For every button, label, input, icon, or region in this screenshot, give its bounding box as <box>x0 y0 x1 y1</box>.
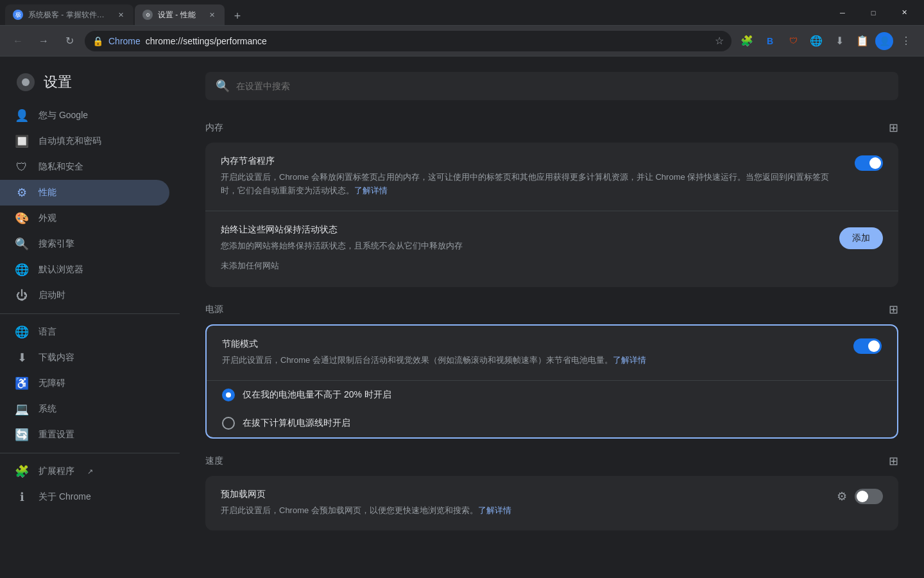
navbar: ← → ↻ 🔒 Chrome chrome://settings/perform… <box>0 26 924 57</box>
bookmark-icon[interactable]: ☆ <box>715 35 724 47</box>
360-icon[interactable]: 🛡 <box>783 31 803 51</box>
sidebar-item-performance[interactable]: ⚙ 性能 <box>0 180 169 206</box>
sidebar-label-performance: 性能 <box>38 187 56 198</box>
sidebar-item-language[interactable]: 🌐 语言 <box>0 319 169 345</box>
downloads-nav-icon: ⬇ <box>15 351 28 364</box>
settings-page-title: 设置 <box>44 73 72 92</box>
about-icon: ℹ <box>15 491 28 504</box>
sidebar-label-appearance: 外观 <box>38 213 56 224</box>
nav-icons: 🧩 B 🛡 🌐 ⬇ 📋 👤 ⋮ <box>737 31 916 51</box>
downloads-icon[interactable]: ⬇ <box>829 31 850 51</box>
sidebar-item-account[interactable]: 👤 您与 Google <box>0 103 169 128</box>
sidebar-item-about[interactable]: ℹ 关于 Chrome <box>0 484 169 510</box>
language-icon: 🌐 <box>15 326 28 338</box>
power-info-icon[interactable]: ⊞ <box>889 302 898 317</box>
menu-icon[interactable]: ⋮ <box>896 31 916 51</box>
sidebar-item-system[interactable]: 💻 系统 <box>0 396 169 422</box>
sidebar-item-reset[interactable]: 🔄 重置设置 <box>0 422 169 448</box>
maximize-button[interactable]: □ <box>859 3 888 23</box>
preload-actions: ⚙ <box>837 489 883 504</box>
memory-saver-toggle[interactable] <box>855 155 883 171</box>
close-button[interactable]: ✕ <box>889 3 919 23</box>
sidebar-header: 设置 <box>0 67 180 103</box>
speed-info-icon[interactable]: ⊞ <box>889 454 898 468</box>
sidebar-label-about: 关于 Chrome <box>38 491 91 503</box>
sidebar-label-account: 您与 Google <box>38 110 88 121</box>
external-link-icon: ↗ <box>87 468 93 476</box>
battery-saver-desc: 开启此设置后，Chrome 会通过限制后台活动和视觉效果（例如流畅滚动和视频帧速… <box>222 354 843 367</box>
chrome-label: Chrome <box>108 36 141 46</box>
memory-info-icon[interactable]: ⊞ <box>889 121 898 135</box>
radio-battery-20[interactable]: 仅在我的电池电量不高于 20% 时开启 <box>207 381 897 409</box>
sidebar-label-privacy: 隐私和安全 <box>38 161 83 173</box>
address-url: chrome://settings/performance <box>146 36 267 46</box>
system-icon: 💻 <box>15 403 28 416</box>
always-active-text: 始终让这些网站保持活动状态 您添加的网站将始终保持活跃状态，且系统不会从它们中释… <box>221 224 829 253</box>
sidebar-item-downloads[interactable]: ⬇ 下载内容 <box>0 345 169 371</box>
profile-avatar[interactable]: 👤 <box>875 32 893 50</box>
sidebar-item-accessibility[interactable]: ♿ 无障碍 <box>0 371 169 396</box>
preload-text: 预加载网页 开启此设置后，Chrome 会预加载网页，以便您更快速地浏览和搜索。… <box>221 489 826 518</box>
sidebar-item-default-browser[interactable]: 🌐 默认浏览器 <box>0 257 169 283</box>
battery-saver-toggle[interactable] <box>853 338 882 354</box>
radio-battery-20-label: 仅在我的电池电量不高于 20% 时开启 <box>243 389 391 401</box>
tab-close-2[interactable]: ✕ <box>207 10 217 20</box>
extensions-icon[interactable]: 🧩 <box>737 31 757 51</box>
sidebar-item-autofill[interactable]: 🔲 自动填充和密码 <box>0 128 169 154</box>
power-card: 节能模式 开启此设置后，Chrome 会通过限制后台活动和视觉效果（例如流畅滚动… <box>205 324 898 439</box>
preload-gear-icon[interactable]: ⚙ <box>837 489 847 504</box>
preload-item: 预加载网页 开启此设置后，Chrome 会预加载网页，以便您更快速地浏览和搜索。… <box>205 476 898 530</box>
memory-saver-item: 内存节省程序 开启此设置后，Chrome 会释放闲置标签页占用的内存，这可让使用… <box>205 143 898 211</box>
speed-section-title: 速度 <box>205 455 223 467</box>
tab-2[interactable]: ⚙ 设置 - 性能 ✕ <box>135 4 225 25</box>
add-site-button[interactable]: 添加 <box>839 227 883 249</box>
lock-icon: 🔒 <box>92 36 103 46</box>
preload-learn-more[interactable]: 了解详情 <box>478 505 511 515</box>
preload-title: 预加载网页 <box>221 489 826 500</box>
forward-button[interactable]: → <box>33 31 54 51</box>
always-active-desc: 您添加的网站将始终保持活跃状态，且系统不会从它们中释放内存 <box>221 240 829 253</box>
startup-icon: ⏻ <box>15 289 28 302</box>
translate-icon[interactable]: 🌐 <box>806 31 826 51</box>
appearance-icon: 🎨 <box>15 212 28 225</box>
tab-close-1[interactable]: ✕ <box>116 10 126 20</box>
speed-card: 预加载网页 开启此设置后，Chrome 会预加载网页，以便您更快速地浏览和搜索。… <box>205 476 898 530</box>
sidebar-item-extensions[interactable]: 🧩 扩展程序 ↗ <box>0 459 169 484</box>
battery-saver-item: 节能模式 开启此设置后，Chrome 会通过限制后台活动和视觉效果（例如流畅滚动… <box>207 326 897 381</box>
bitwarden-icon[interactable]: B <box>760 31 780 51</box>
memory-saver-desc: 开启此设置后，Chrome 会释放闲置标签页占用的内存，这可让使用中的标签页和其… <box>221 171 844 198</box>
sidebar-toggle-icon[interactable]: 📋 <box>852 31 873 51</box>
sidebar-label-search: 搜索引擎 <box>38 238 74 250</box>
battery-saver-text: 节能模式 开启此设置后，Chrome 会通过限制后台活动和视觉效果（例如流畅滚动… <box>222 338 843 367</box>
sidebar-item-search[interactable]: 🔍 搜索引擎 <box>0 231 169 257</box>
memory-saver-learn-more[interactable]: 了解详情 <box>354 186 388 195</box>
reload-button[interactable]: ↻ <box>59 31 80 51</box>
titlebar: 极 系统极客 - 掌握软件技能 ✕ ⚙ 设置 - 性能 ✕ + ─ □ ✕ <box>0 0 924 26</box>
tab-title-1: 系统极客 - 掌握软件技能 <box>28 10 110 21</box>
sidebar-divider-1 <box>0 313 180 314</box>
sidebar-label-language: 语言 <box>38 326 56 338</box>
radio-unplugged[interactable]: 在拔下计算机电源线时开启 <box>207 409 897 437</box>
tab-bar: 极 系统极客 - 掌握软件技能 ✕ ⚙ 设置 - 性能 ✕ + <box>5 0 828 25</box>
memory-card: 内存节省程序 开启此设置后，Chrome 会释放闲置标签页占用的内存，这可让使用… <box>205 143 898 287</box>
sidebar-item-startup[interactable]: ⏻ 启动时 <box>0 283 169 308</box>
search-input[interactable] <box>236 81 888 91</box>
preload-toggle[interactable] <box>855 489 883 504</box>
sidebar-label-autofill: 自动填充和密码 <box>38 136 101 147</box>
new-tab-button[interactable]: + <box>228 7 246 25</box>
empty-sites-text: 未添加任何网站 <box>221 260 883 274</box>
search-bar[interactable]: 🔍 <box>205 72 898 100</box>
always-active-title: 始终让这些网站保持活动状态 <box>221 224 829 236</box>
minimize-button[interactable]: ─ <box>828 3 857 23</box>
sidebar-label-extensions: 扩展程序 <box>38 466 74 477</box>
address-bar[interactable]: 🔒 Chrome chrome://settings/performance ☆ <box>85 31 732 51</box>
sidebar-item-privacy[interactable]: 🛡 隐私和安全 <box>0 154 169 180</box>
sidebar-label-downloads: 下载内容 <box>38 352 74 363</box>
battery-saver-learn-more[interactable]: 了解详情 <box>613 355 646 365</box>
tab-1[interactable]: 极 系统极客 - 掌握软件技能 ✕ <box>5 4 133 25</box>
sidebar-item-appearance[interactable]: 🎨 外观 <box>0 206 169 231</box>
radio-unplugged-circle <box>222 417 235 430</box>
preload-header: 预加载网页 开启此设置后，Chrome 会预加载网页，以便您更快速地浏览和搜索。… <box>221 489 883 518</box>
back-button[interactable]: ← <box>8 31 28 51</box>
memory-saver-text: 内存节省程序 开启此设置后，Chrome 会释放闲置标签页占用的内存，这可让使用… <box>221 155 844 198</box>
